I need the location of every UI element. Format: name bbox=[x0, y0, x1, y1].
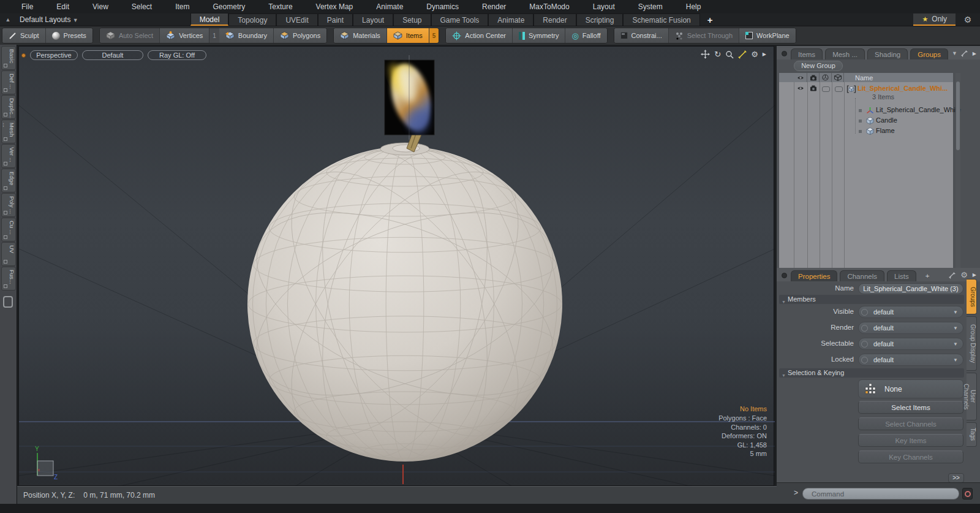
new-group-button[interactable]: New Group bbox=[794, 61, 843, 71]
key-items-button[interactable]: Key Items bbox=[858, 434, 963, 447]
panel-more-arrow-icon[interactable]: ▶ bbox=[973, 51, 976, 56]
action-center-button[interactable]: Action Center bbox=[446, 28, 513, 43]
expand-panel-icon[interactable] bbox=[960, 50, 968, 57]
locked-dropdown[interactable]: default▼ bbox=[858, 354, 963, 366]
tool-tab-uv[interactable]: UV bbox=[1, 242, 16, 266]
gear-icon[interactable]: ⚙ bbox=[956, 15, 980, 26]
menu-help[interactable]: Help bbox=[674, 0, 713, 13]
group-camera-icon[interactable] bbox=[807, 85, 820, 91]
item-label[interactable]: Candle bbox=[876, 116, 897, 124]
constraints-button[interactable]: Constrai... bbox=[614, 28, 669, 43]
group-eye-icon[interactable] bbox=[794, 85, 807, 91]
scrollbar-thumb[interactable] bbox=[956, 82, 960, 150]
presets-button[interactable]: Presets bbox=[46, 28, 92, 43]
layout-up-icon[interactable]: ▲ bbox=[0, 17, 16, 26]
tool-tab-edge[interactable]: Edge bbox=[1, 169, 16, 192]
select-channels-button[interactable]: Select Channels bbox=[858, 417, 963, 430]
tree-row-flame[interactable]: Flame bbox=[779, 126, 953, 137]
tree-row-candle[interactable]: Candle bbox=[779, 116, 953, 126]
viewport-3d[interactable]: Y x Z Perspective Default Ray GL: Off ↻ … bbox=[18, 46, 774, 486]
key-channels-button[interactable]: Key Channels bbox=[858, 450, 963, 463]
menu-select[interactable]: Select bbox=[120, 0, 164, 13]
layout-tab-topology[interactable]: Topology bbox=[228, 13, 276, 26]
channel-circle-icon[interactable] bbox=[861, 357, 868, 363]
tool-tab-deform[interactable]: Def ... bbox=[1, 70, 16, 94]
members-section-header[interactable]: Members bbox=[779, 295, 964, 304]
polygons-button[interactable]: Polygons bbox=[274, 28, 326, 43]
tool-tab-curve[interactable]: Cu ... bbox=[1, 218, 16, 241]
menu-item[interactable]: Item bbox=[164, 0, 201, 13]
tab-shading[interactable]: Shading bbox=[867, 48, 908, 59]
group-name[interactable]: Lit_Spherical_Candle_Whi... bbox=[858, 85, 949, 92]
layout-tab-uvedit[interactable]: UVEdit bbox=[276, 13, 317, 26]
command-input[interactable] bbox=[802, 488, 959, 500]
tab-overflow-chevron-icon[interactable]: ▼ bbox=[952, 50, 957, 56]
visible-dropdown[interactable]: default▼ bbox=[858, 306, 963, 318]
menu-vertex-map[interactable]: Vertex Map bbox=[304, 0, 365, 13]
menu-maxtomodo[interactable]: MaxToModo bbox=[518, 0, 581, 13]
selection-mode-none-button[interactable]: None bbox=[858, 379, 963, 398]
pan-icon[interactable] bbox=[701, 50, 710, 59]
selectable-dropdown[interactable]: default▼ bbox=[858, 338, 963, 350]
zoom-icon[interactable] bbox=[725, 50, 734, 59]
panel-more-arrow-icon[interactable]: ▶ bbox=[973, 272, 976, 278]
tool-tab-polygon[interactable]: Poly ... bbox=[1, 193, 16, 217]
group-checkbox-2[interactable] bbox=[832, 85, 845, 92]
default-layouts-dropdown[interactable]: Default Layouts ▼ bbox=[16, 15, 83, 26]
tool-tab-mesh[interactable]: Mesh ... bbox=[1, 120, 16, 143]
falloff-button[interactable]: ◎ Falloff bbox=[565, 28, 606, 43]
layout-tab-model[interactable]: Model bbox=[190, 13, 229, 26]
tool-tab-vertex[interactable]: Ver ... bbox=[1, 144, 16, 168]
tab-channels[interactable]: Channels bbox=[840, 270, 884, 281]
materials-button[interactable]: Materials bbox=[334, 28, 387, 43]
tool-tab-basic[interactable]: Basic bbox=[1, 46, 16, 70]
layout-tab-game-tools[interactable]: Game Tools bbox=[431, 13, 489, 26]
selection-keying-header[interactable]: Selection & Keying bbox=[779, 368, 964, 378]
shading-style-button[interactable]: Default bbox=[82, 50, 143, 60]
side-tab-groups[interactable]: Groups bbox=[967, 279, 977, 314]
tab-properties[interactable]: Properties bbox=[791, 270, 837, 281]
menu-render[interactable]: Render bbox=[470, 0, 518, 13]
sculpt-button[interactable]: Sculpt bbox=[2, 28, 46, 43]
maximize-icon[interactable] bbox=[738, 50, 747, 59]
channel-circle-icon[interactable] bbox=[861, 341, 868, 348]
menu-edit[interactable]: Edit bbox=[45, 0, 81, 13]
layout-tab-render[interactable]: Render bbox=[533, 13, 576, 26]
workplane-button[interactable]: WorkPlane bbox=[739, 28, 796, 43]
tab-lists[interactable]: Lists bbox=[887, 270, 916, 281]
raygl-button[interactable]: Ray GL: Off bbox=[148, 50, 206, 60]
side-tab-user-channels[interactable]: User Channels bbox=[967, 373, 977, 420]
filter-column-icon[interactable] bbox=[820, 73, 832, 82]
tab-mesh-ops[interactable]: Mesh ... bbox=[825, 48, 865, 59]
menu-animate[interactable]: Animate bbox=[364, 0, 415, 13]
panel-gear-icon[interactable]: ⚙ bbox=[960, 271, 968, 279]
tree-row-locator[interactable]: Lit_Spherical_Candle_White bbox=[779, 105, 953, 116]
expand-panel-icon[interactable] bbox=[948, 272, 956, 279]
side-tab-tags[interactable]: Tags bbox=[967, 422, 977, 447]
auto-select-button[interactable]: Auto Select bbox=[100, 28, 160, 43]
group-checkbox-1[interactable] bbox=[820, 85, 832, 92]
layout-tab-schematic-fusion[interactable]: Schematic Fusion bbox=[623, 13, 699, 26]
render-dropdown[interactable]: default▼ bbox=[858, 322, 963, 334]
select-through-button[interactable]: Select Through bbox=[669, 28, 739, 43]
channel-circle-icon[interactable] bbox=[861, 325, 868, 332]
only-button[interactable]: ★Only bbox=[913, 13, 956, 26]
boundary-button[interactable]: Boundary bbox=[219, 28, 274, 43]
layout-tab-animate[interactable]: Animate bbox=[488, 13, 533, 26]
menu-file[interactable]: File bbox=[10, 0, 45, 13]
menu-system[interactable]: System bbox=[627, 0, 674, 13]
layout-tab-paint[interactable]: Paint bbox=[318, 13, 353, 26]
items-button[interactable]: Items bbox=[387, 28, 429, 43]
layout-tab-setup[interactable]: Setup bbox=[393, 13, 431, 26]
menu-texture[interactable]: Texture bbox=[257, 0, 304, 13]
menu-layout[interactable]: Layout bbox=[581, 0, 627, 13]
tab-groups[interactable]: Groups bbox=[910, 48, 948, 59]
cube-column-icon[interactable] bbox=[832, 73, 844, 82]
layout-tab-scripting[interactable]: Scripting bbox=[576, 13, 624, 26]
tree-row-group[interactable]: Lit_Spherical_Candle_Whi... 3 Items bbox=[779, 85, 953, 103]
layout-tab-layout[interactable]: Layout bbox=[353, 13, 393, 26]
vertices-button[interactable]: Vertices bbox=[160, 28, 209, 43]
palette-popup-icon[interactable] bbox=[3, 296, 13, 308]
symmetry-button[interactable]: Symmetry bbox=[513, 28, 566, 43]
render-column-camera-icon[interactable] bbox=[807, 73, 820, 82]
